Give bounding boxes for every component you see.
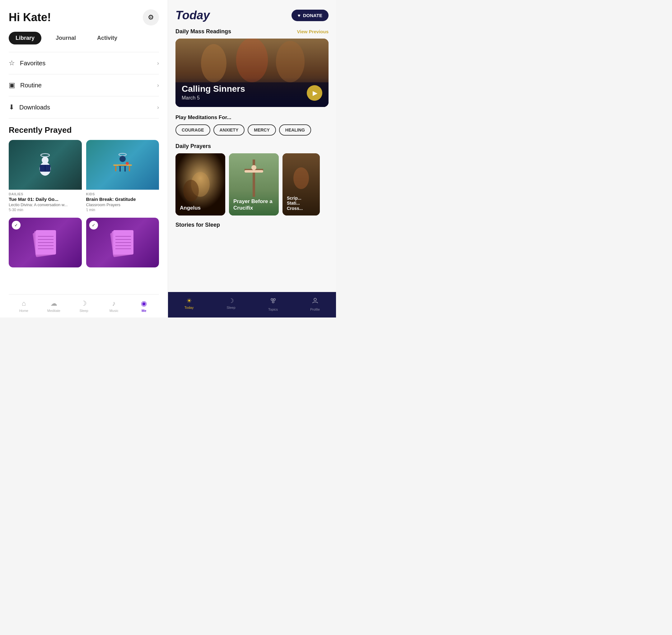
right-content: Today ♥ DONATE Daily Mass Readings View … — [168, 0, 336, 292]
stations-label: Scrip...Stati...Cross... — [287, 196, 315, 211]
prayers-scroll: Angelus — [175, 153, 329, 216]
sleep-icon: ☽ — [81, 300, 87, 308]
sleep-heading: Stories for Sleep — [175, 222, 329, 228]
card-dailies[interactable]: DAILIES Tue Mar 01: Daily Go... Lectio D… — [9, 140, 82, 213]
routine-label: Routine — [20, 82, 42, 89]
sleep-section: Stories for Sleep — [175, 222, 329, 228]
mass-title: Calling Sinners — [182, 84, 322, 94]
left-panel: Hi Kate! ⚙ Library Journal Activity ☆ Fa… — [0, 0, 168, 318]
meditations-label: Play Meditations For... — [175, 114, 329, 121]
mass-card-overlay: Calling Sinners March 5 — [175, 78, 329, 107]
settings-button[interactable]: ⚙ — [143, 9, 159, 25]
favorites-menu-item[interactable]: ☆ Favorites › — [9, 52, 159, 74]
chevron-right-icon: › — [157, 60, 159, 67]
svg-point-6 — [120, 156, 126, 162]
chip-anxiety[interactable]: ANXIETY — [213, 124, 245, 136]
card-subtitle-kids: Classroom Prayers — [86, 202, 159, 207]
svg-rect-14 — [127, 162, 128, 163]
profile-nav-icon — [311, 297, 319, 306]
tab-activity[interactable]: Activity — [90, 32, 124, 44]
tab-journal[interactable]: Journal — [49, 32, 83, 44]
sleep-nav-icon: ☽ — [228, 297, 234, 304]
play-button[interactable]: ▶ — [307, 85, 322, 101]
nav-sleep[interactable]: ☽ Sleep — [69, 297, 99, 315]
mass-date: March 5 — [182, 95, 322, 101]
music-icon: ♪ — [112, 300, 116, 308]
mass-card[interactable]: Calling Sinners March 5 ▶ — [175, 39, 329, 107]
recently-prayed-grid: DAILIES Tue Mar 01: Daily Go... Lectio D… — [9, 140, 159, 267]
downloads-label: Downloads — [19, 104, 50, 111]
chip-healing[interactable]: HEALING — [279, 124, 311, 136]
card-title: Tue Mar 01: Daily Go... — [9, 197, 82, 202]
svg-point-49 — [314, 298, 316, 301]
download-icon: ⬇ — [9, 103, 14, 111]
angel-illustration — [34, 151, 56, 179]
card-title-kids: Brain Break: Gratitude — [86, 197, 159, 202]
nav-home[interactable]: ⌂ Home — [9, 297, 39, 315]
svg-rect-4 — [45, 165, 45, 172]
music-sheet-2 — [105, 227, 140, 258]
bottom-nav-left: ⌂ Home ☁ Meditate ☽ Sleep ♪ Music ◉ Me — [9, 294, 159, 318]
donate-button[interactable]: ♥ DONATE — [292, 9, 329, 21]
nav-topics[interactable]: Topics — [252, 294, 294, 314]
heart-icon: ♥ — [298, 13, 300, 18]
chip-mercy[interactable]: MERCY — [248, 124, 276, 136]
prayer-card-stations[interactable]: Scrip...Stati...Cross... — [282, 153, 320, 216]
card-duration: 5-30 min — [9, 208, 82, 212]
prayer-card-crucifix[interactable]: Prayer Before a Crucifix — [229, 153, 279, 216]
prayer-card-angelus[interactable]: Angelus — [175, 153, 225, 216]
card-kids[interactable]: KIDS Brain Break: Gratitude Classroom Pr… — [86, 140, 159, 213]
nav-music[interactable]: ♪ Music — [99, 297, 129, 315]
routine-menu-item[interactable]: ▣ Routine › — [9, 74, 159, 96]
nav-meditate[interactable]: ☁ Meditate — [39, 297, 69, 315]
svg-point-32 — [201, 44, 227, 82]
svg-rect-10 — [113, 165, 132, 166]
chip-courage[interactable]: COURAGE — [175, 124, 210, 136]
nav-me[interactable]: ◉ Me — [129, 297, 159, 315]
nav-sleep-right-label: Sleep — [227, 306, 235, 309]
svg-point-48 — [272, 301, 274, 303]
recently-prayed-title: Recently Prayed — [9, 125, 159, 135]
nav-today-label: Today — [185, 306, 193, 309]
right-header: Today ♥ DONATE — [175, 9, 329, 22]
card-subtitle: Lectio Divina: A conversation w... — [9, 202, 82, 207]
nav-home-label: Home — [19, 309, 28, 312]
greeting: Hi Kate! — [9, 11, 51, 24]
card-music2[interactable]: ✓ — [86, 218, 159, 267]
me-icon: ◉ — [141, 300, 147, 308]
routine-icon: ▣ — [9, 81, 15, 89]
downloads-menu-item[interactable]: ⬇ Downloads › — [9, 96, 159, 118]
tab-library[interactable]: Library — [9, 32, 41, 44]
star-icon: ☆ — [9, 59, 15, 67]
prayers-section: Daily Prayers — [175, 143, 329, 216]
nav-profile[interactable]: Profile — [294, 294, 336, 314]
gear-icon: ⚙ — [148, 14, 154, 21]
svg-point-2 — [42, 157, 48, 163]
svg-rect-12 — [129, 166, 130, 171]
card-category: DAILIES — [9, 192, 82, 196]
meditations-section: Play Meditations For... COURAGE ANXIETY … — [175, 114, 329, 137]
nav-music-label: Music — [109, 309, 119, 312]
right-panel: Today ♥ DONATE Daily Mass Readings View … — [168, 0, 336, 318]
check-icon: ✓ — [12, 221, 21, 229]
svg-point-47 — [273, 299, 275, 300]
angelus-label: Angelus — [180, 205, 221, 211]
svg-point-5 — [119, 153, 126, 156]
view-previous-link[interactable]: View Previous — [297, 29, 329, 34]
daily-mass-heading: Daily Mass Readings — [175, 28, 231, 35]
nav-today[interactable]: ☀ Today — [168, 294, 210, 314]
svg-point-34 — [276, 41, 304, 82]
card-music1[interactable]: ✓ — [9, 218, 82, 267]
svg-point-33 — [236, 39, 268, 82]
daily-prayers-heading: Daily Prayers — [175, 143, 329, 150]
bottom-nav-right: ☀ Today ☽ Sleep Topics — [168, 292, 336, 318]
desk-illustration — [110, 151, 135, 179]
svg-point-45 — [293, 167, 309, 189]
nav-topics-label: Topics — [268, 308, 278, 311]
left-header: Hi Kate! ⚙ — [9, 9, 159, 25]
svg-rect-9 — [124, 166, 126, 172]
nav-sleep-right[interactable]: ☽ Sleep — [210, 294, 252, 314]
svg-rect-11 — [115, 166, 117, 171]
card-category-kids: KIDS — [86, 192, 159, 196]
card-info-dailies: DAILIES Tue Mar 01: Daily Go... Lectio D… — [9, 190, 82, 213]
